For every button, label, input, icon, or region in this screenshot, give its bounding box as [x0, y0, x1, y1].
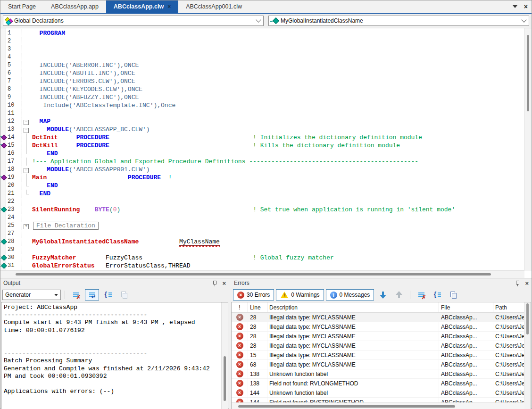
close-document-icon[interactable]: × — [524, 3, 528, 10]
error-row[interactable]: ×15Illegal data type: MYCLASSNAMEABCclas… — [232, 351, 524, 360]
code-line[interactable]: 11 — [0, 109, 524, 117]
scrollbar-thumb[interactable] — [526, 303, 529, 334]
output-source-dropdown[interactable]: Generator — [2, 290, 61, 300]
messages-filter-button[interactable]: i 0 Messages — [326, 289, 374, 300]
code-line[interactable]: 10 Include('ABCclassTemplate.INC'),Once — [0, 101, 524, 109]
close-panel-icon[interactable]: × — [222, 280, 226, 286]
errors-table-header[interactable]: ! Line Description File Path — [232, 302, 524, 313]
code-line[interactable]: 1 PROGRAM — [0, 29, 524, 37]
member-navigator-dropdown[interactable]: MyGlobalInstantiatedClassName — [268, 16, 529, 26]
error-row[interactable]: ×28Illegal data type: MYCLASSNAMEABCclas… — [232, 322, 524, 332]
code-line[interactable]: 25File Declaration — [0, 222, 524, 230]
line-cell: 28 — [248, 341, 267, 350]
section-navigator-dropdown[interactable]: Global Declarations — [3, 16, 264, 26]
copy-errors-button[interactable] — [446, 289, 460, 300]
code-editor[interactable]: 1 PROGRAM2345 INCLUDE('ABERROR.INC'),ONC… — [0, 28, 532, 278]
chevron-down-icon[interactable] — [521, 17, 526, 22]
tab-abcclassapp-app[interactable]: ABCclassApp.app — [43, 0, 106, 13]
error-row[interactable]: ×28Illegal data type: MYCLASSNAMEABCclas… — [232, 341, 524, 351]
copy-output-button[interactable] — [117, 289, 131, 300]
error-row[interactable]: ×144Unknown function labelABCclassAp...C… — [232, 388, 524, 398]
code-line[interactable]: 17!--- Application Global and Exported P… — [0, 158, 524, 166]
code-line[interactable]: 3 — [0, 45, 524, 53]
errors-vertical-scrollbar[interactable] — [524, 302, 531, 409]
previous-error-button[interactable] — [392, 289, 406, 300]
file-cell: ABCclassAp... — [439, 379, 493, 388]
close-panel-icon[interactable]: × — [525, 280, 529, 286]
code-line[interactable]: 15DctKill PROCEDURE ! Kills the dictiona… — [0, 142, 524, 150]
error-row[interactable]: ×28Illegal data type: MYCLASSNAMEABCclas… — [232, 313, 524, 322]
code-line[interactable]: 8 INCLUDE('KEYCODES.CLW'),ONCE — [0, 85, 524, 93]
next-error-button[interactable] — [376, 289, 390, 300]
code-line[interactable]: 18 MODULE('ABCCLASSAPP001.CLW') — [0, 166, 524, 174]
code-line[interactable]: 24 — [0, 214, 524, 222]
code-line[interactable]: 2 — [0, 37, 524, 45]
errors-horizontal-scrollbar[interactable] — [232, 402, 524, 409]
indent-button[interactable] — [101, 289, 115, 300]
output-vertical-scrollbar[interactable] — [221, 302, 228, 409]
code-line[interactable]: 5 INCLUDE('ABERROR.INC'),ONCE — [0, 61, 524, 69]
fold-marker[interactable] — [22, 166, 30, 174]
clear-errors-button[interactable]: ✗ — [414, 289, 428, 300]
code-line[interactable]: 22 — [0, 198, 524, 206]
code-line[interactable]: 20 END — [0, 182, 524, 190]
code-line[interactable]: 6 INCLUDE('ABUTIL.INC'),ONCE — [0, 69, 524, 77]
close-tab-icon[interactable]: × — [167, 4, 171, 9]
tab-abcclassapp-clw[interactable]: ABCclassApp.clw × — [106, 0, 178, 13]
fold-marker[interactable] — [22, 125, 30, 134]
editor-horizontal-scrollbar[interactable] — [0, 270, 524, 278]
error-row[interactable]: ×68Illegal data type: MYCLASSNAMEABCclas… — [232, 360, 524, 369]
code-line[interactable]: 30FuzzyMatcher FuzzyClass ! Global fuzzy… — [0, 254, 524, 262]
document-tabbar: Start Page ABCclassApp.app ABCclassApp.c… — [0, 0, 532, 14]
collapsed-region-box[interactable]: File Declaration — [33, 222, 99, 230]
code-line[interactable]: 27 — [0, 230, 524, 238]
code-line[interactable]: 9 INCLUDE('ABFUZZY.INC'),ONCE — [0, 93, 524, 101]
code-line[interactable]: 21 END — [0, 190, 524, 198]
tab-list-dropdown-icon[interactable] — [513, 5, 517, 8]
scrollbar-thumb[interactable] — [527, 35, 529, 111]
error-row[interactable]: ×138Field not found: RVLONGMETHODABCclas… — [232, 379, 524, 388]
code-text: INCLUDE('ERRORS.CLW'),ONCE — [30, 77, 524, 85]
tab-abcclassapp001-clw[interactable]: ABCclassApp001.clw — [178, 0, 249, 13]
errors-filter-button[interactable]: × 30 Errors — [233, 289, 274, 300]
fold-marker[interactable] — [22, 222, 30, 230]
gutter-marker-cell — [0, 262, 7, 270]
scrollbar-thumb[interactable] — [224, 356, 226, 401]
code-line[interactable]: 16 END — [0, 150, 524, 158]
pin-icon[interactable] — [515, 280, 520, 286]
fold-margin — [22, 206, 30, 214]
column-header-severity[interactable]: ! — [232, 302, 248, 312]
code-line[interactable]: 4 — [0, 53, 524, 61]
code-line[interactable]: 31GlobalErrorStatus ErrorStatusClass,THR… — [0, 262, 524, 270]
indent-button[interactable] — [430, 289, 444, 300]
gutter-marker-cell — [0, 142, 7, 150]
panel-title: Errors — [234, 280, 249, 286]
column-header-description[interactable]: Description — [267, 302, 439, 312]
chevron-down-icon[interactable] — [256, 17, 261, 22]
warnings-filter-button[interactable]: 0 Warnings — [276, 289, 324, 300]
code-line[interactable]: 28MyGlobalInstantiatedClassName MyClassN… — [0, 238, 524, 246]
tab-start-page[interactable]: Start Page — [0, 0, 43, 13]
editor-vertical-scrollbar[interactable] — [524, 28, 532, 271]
code-line[interactable]: 14DctInit PROCEDURE ! Initializes the di… — [0, 134, 524, 142]
error-row[interactable]: ×28Illegal data type: MYCLASSNAMEABCclas… — [232, 332, 524, 341]
code-line[interactable]: 19Main PROCEDURE ! — [0, 174, 524, 182]
column-header-file[interactable]: File — [439, 302, 493, 312]
column-header-line[interactable]: Line — [248, 302, 267, 312]
scrollbar-thumb[interactable] — [238, 405, 455, 408]
scrollbar-thumb[interactable] — [16, 273, 491, 275]
error-row[interactable]: ×138Unknown function labelABCclassAp...C… — [232, 369, 524, 379]
fold-marker[interactable] — [22, 117, 30, 125]
pin-icon[interactable] — [212, 280, 217, 286]
line-number: 30 — [7, 254, 22, 262]
line-number: 15 — [7, 142, 22, 150]
code-line[interactable]: 7 INCLUDE('ERRORS.CLW'),ONCE — [0, 77, 524, 85]
column-header-path[interactable]: Path — [493, 302, 524, 312]
code-line[interactable]: 29 — [0, 246, 524, 254]
word-wrap-button[interactable]: ↵ — [85, 289, 99, 300]
code-line[interactable]: 23SilentRunning BYTE(0) ! Set true when … — [0, 206, 524, 214]
code-line[interactable]: 13 MODULE('ABCCLASSAPP_BC.CLW') — [0, 125, 524, 134]
output-text[interactable]: Project: ABCclassApp -------------------… — [1, 302, 228, 397]
code-line[interactable]: 12 MAP — [0, 117, 524, 125]
clear-output-button[interactable]: ✗ — [69, 289, 83, 300]
